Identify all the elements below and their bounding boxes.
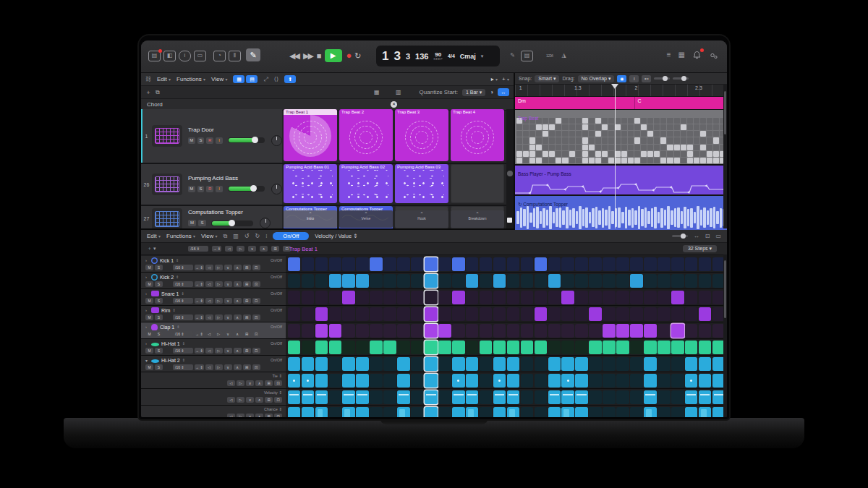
step-cell[interactable] (425, 257, 438, 271)
step-chance-cell[interactable] (685, 407, 698, 418)
step-cell[interactable] (370, 324, 383, 338)
step-cell[interactable] (535, 357, 548, 371)
playback-direction-icon[interactable]: → ⇕ (212, 246, 221, 252)
window-icon[interactable]: ⊡ (705, 233, 710, 239)
step-cell[interactable] (315, 307, 328, 321)
step-chance-cell[interactable] (466, 407, 479, 418)
row-frame-icon[interactable]: ⊡ (252, 298, 260, 304)
step-cell[interactable] (315, 274, 328, 288)
step-cell[interactable] (288, 341, 301, 354)
row-frame-icon[interactable]: ⊡ (252, 265, 260, 270)
step-cell[interactable] (411, 307, 424, 321)
step-velocity-cell[interactable] (438, 390, 451, 404)
step-tie-cell[interactable] (671, 374, 684, 388)
step-cell[interactable] (589, 257, 602, 271)
step-cell[interactable] (535, 257, 548, 271)
step-cell[interactable] (507, 357, 520, 371)
step-cell[interactable] (644, 307, 657, 321)
playhead-marker[interactable] (611, 84, 618, 93)
alert-bell-icon[interactable] (692, 51, 702, 60)
step-cell[interactable] (685, 291, 698, 304)
forward-button[interactable]: ▶▶ (303, 49, 312, 62)
row-decrement-icon[interactable]: ∨ (246, 380, 254, 386)
step-cell[interactable] (493, 257, 506, 271)
step-cell[interactable] (535, 274, 548, 288)
step-chance-cell[interactable] (507, 407, 520, 418)
quantize-start-value[interactable]: 1 Bar ▾ (462, 89, 485, 96)
row-add-icon[interactable]: ⊞ (265, 414, 273, 417)
row-header[interactable]: ›Rim⇕On/OffMS/16 ⇕→ ⇕◁▷∨∧⊞⊡ (141, 306, 286, 322)
step-velocity-cell[interactable] (411, 390, 424, 404)
step-cell[interactable] (411, 257, 424, 271)
step-cell[interactable] (630, 357, 643, 371)
row-header[interactable]: ›Clap 1⇕On/OffMS/16 ⇕→ ⇕◁▷∨∧⊞⊡ (141, 322, 286, 338)
step-cell[interactable] (466, 341, 479, 354)
edit-mode-onoff-button[interactable]: On/Off (273, 232, 309, 240)
secondary-tool-menu[interactable]: + ▾ (502, 76, 509, 82)
step-cell[interactable] (658, 324, 671, 338)
lcd-display[interactable]: 1 3 3 136 90KEEP 4/4 Cmaj ▾ (376, 46, 500, 67)
mixer-icon[interactable]: ⫴ (229, 51, 241, 61)
chevron-right-icon[interactable]: › (145, 308, 149, 312)
drag-value[interactable]: No Overlap ▾ (578, 75, 615, 82)
step-chance-cell[interactable] (425, 407, 438, 418)
playhead[interactable] (615, 84, 616, 228)
step-velocity-cell[interactable] (356, 390, 369, 404)
row-decrement-icon[interactable]: ∨ (224, 364, 232, 370)
step-cell[interactable] (493, 274, 506, 288)
pattern-region-icon[interactable]: ▥ (233, 233, 239, 239)
step-cell[interactable] (452, 341, 465, 354)
step-velocity-cell[interactable] (685, 390, 698, 404)
rewind-button[interactable]: ◀◀ (289, 49, 299, 62)
step-cell[interactable] (658, 341, 671, 354)
expand-icon[interactable]: ↔ (694, 233, 699, 239)
row-direction-icon[interactable]: → ⇕ (195, 348, 204, 354)
step-cell[interactable] (383, 357, 396, 371)
bar-ruler[interactable]: 11.322.3 (515, 85, 727, 97)
snap-value[interactable]: Smart ▾ (535, 75, 559, 82)
play-button[interactable]: ▶ (325, 49, 342, 62)
step-cell[interactable] (356, 324, 369, 338)
step-cell[interactable] (548, 274, 561, 288)
step-velocity-cell[interactable] (466, 390, 479, 404)
rotate-left-icon[interactable]: ◁ (225, 246, 233, 252)
step-cell[interactable] (438, 307, 451, 321)
step-tie-cell[interactable] (302, 374, 315, 388)
volume-slider[interactable] (228, 137, 265, 143)
step-cell[interactable] (329, 341, 342, 354)
step-cell[interactable] (616, 324, 629, 338)
step-cell[interactable] (575, 307, 588, 321)
input-monitor-button[interactable]: I (216, 137, 223, 144)
step-cell[interactable] (411, 324, 424, 338)
step-cell[interactable] (438, 341, 451, 354)
step-cell[interactable] (671, 324, 684, 338)
step-cell[interactable] (548, 257, 561, 271)
row-rate-value[interactable]: /16 ⇕ (173, 348, 193, 354)
step-cell[interactable] (438, 291, 451, 304)
step-cell[interactable] (411, 357, 424, 371)
row-decrement-icon[interactable]: ∨ (224, 265, 232, 270)
row-header[interactable]: ›Kick 1⇕On/OffMS/16 ⇕→ ⇕◁▷∨∧⊞⊡ (141, 256, 286, 272)
step-cell[interactable] (370, 307, 383, 321)
step-cell[interactable] (535, 341, 548, 354)
row-frame-icon[interactable]: ⊡ (252, 364, 260, 370)
step-cell[interactable] (452, 324, 465, 338)
mute-button[interactable]: M (188, 137, 195, 144)
step-chance-cell[interactable] (493, 407, 506, 418)
editors-button[interactable]: ✎ (246, 48, 260, 61)
step-tie-cell[interactable] (507, 374, 520, 388)
mute-button[interactable]: M (188, 186, 195, 192)
step-cell[interactable] (356, 341, 369, 354)
step-cell[interactable] (493, 291, 506, 304)
step-cell[interactable] (356, 257, 369, 271)
undo-icon[interactable]: ↺ (244, 233, 250, 239)
step-velocity-cell[interactable] (288, 390, 301, 404)
row-frame-icon[interactable]: ⊡ (252, 331, 260, 337)
step-cell[interactable] (575, 274, 588, 288)
scene-trigger[interactable]: ⌃Intro (284, 210, 337, 228)
step-tie-cell[interactable] (425, 374, 438, 388)
step-cell[interactable] (699, 324, 712, 338)
step-chance-cell[interactable] (616, 407, 629, 418)
row-increment-icon[interactable]: ∧ (234, 281, 242, 287)
row-add-icon[interactable]: ⊞ (243, 298, 251, 304)
